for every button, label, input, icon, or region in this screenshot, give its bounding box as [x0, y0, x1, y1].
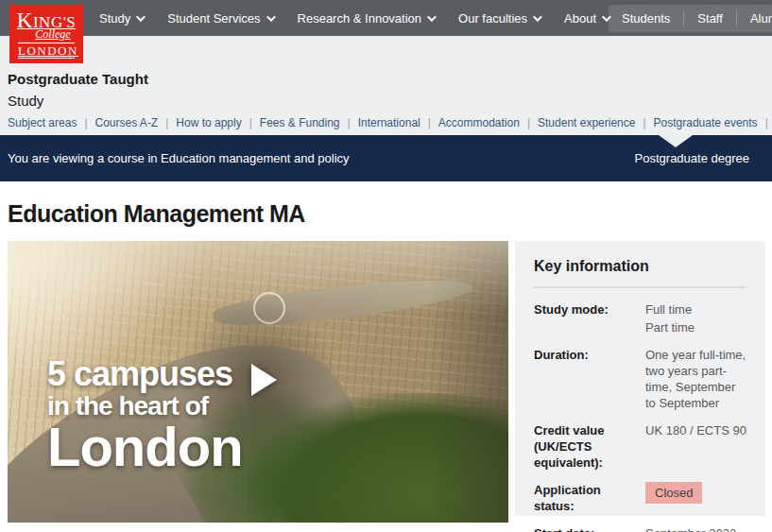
chevron-down-icon	[533, 12, 542, 22]
status-badge: Closed	[645, 482, 702, 504]
key-information-rows: Study mode: Full time Part time Duration…	[534, 301, 746, 532]
chevron-down-icon	[427, 12, 437, 22]
course-context-banner: You are viewing a course in Education ma…	[0, 135, 772, 181]
video-overlay-text: 5 campuses in the heart of London	[47, 356, 243, 473]
subnav-subject-areas[interactable]: Subject areas	[8, 116, 77, 129]
subnav-courses-az[interactable]: Courses A-Z	[77, 116, 158, 129]
nav-label: Study	[99, 11, 130, 26]
banner-message: You are viewing a course in Education ma…	[8, 151, 350, 165]
key-information-panel: Key information Study mode: Full time Pa…	[515, 241, 765, 516]
page: Study Student Services Research & Innova…	[0, 0, 772, 532]
duration-label: Duration:	[534, 347, 645, 411]
nav-label: Our faculties	[458, 11, 527, 26]
play-icon[interactable]	[251, 364, 277, 396]
active-tab-notch	[659, 135, 693, 147]
audience-alumni-link[interactable]: Alumni	[736, 10, 772, 26]
section-title: Study	[8, 93, 764, 109]
logo-letter-k: K	[17, 9, 33, 32]
study-mode-full-time: Full time	[645, 301, 746, 317]
nav-about[interactable]: About	[564, 11, 609, 26]
campus-video-thumbnail[interactable]: 5 campuses in the heart of London	[8, 241, 508, 523]
divider	[534, 286, 746, 288]
audience-links: Students Staff Alumni	[609, 5, 772, 32]
audience-staff-link[interactable]: Staff	[683, 10, 736, 26]
chevron-down-icon	[266, 12, 275, 22]
chevron-down-icon	[136, 12, 146, 22]
subnav-postgraduate-events[interactable]: Postgraduate events	[635, 116, 757, 129]
page-title: Education Management MA	[8, 200, 772, 228]
subnav-how-to-apply[interactable]: How to apply	[158, 116, 242, 129]
top-navigation-bar: Study Student Services Research & Innova…	[0, 0, 772, 36]
subnav-accommodation[interactable]: Accommodation	[420, 116, 520, 129]
kings-college-london-logo[interactable]: KING'S College LONDON	[9, 5, 83, 63]
duration-value: One year full-time, two years part-time,…	[645, 347, 746, 411]
nav-label: Student Services	[167, 11, 260, 26]
application-status-label: Application status:	[534, 482, 645, 514]
subnav-contact-us[interactable]: Contact us	[758, 116, 772, 129]
overlay-line-1: 5 campuses	[47, 356, 243, 392]
banner-category: Postgraduate degree	[635, 151, 749, 165]
nav-student-services[interactable]: Student Services	[167, 11, 272, 26]
study-mode-value: Full time Part time	[645, 301, 746, 335]
start-date-value: September 2023	[645, 525, 746, 532]
overlay-line-3: London	[47, 420, 243, 473]
credit-value-value: UK 180 / ECTS 90	[645, 422, 746, 471]
study-mode-label: Study mode:	[534, 301, 645, 335]
audience-students-link[interactable]: Students	[609, 10, 683, 26]
main-content: Education Management MA 5 campuses in th…	[0, 181, 772, 532]
topbar-right-group: Students Staff Alumni	[609, 5, 772, 32]
eyebrow-title: Postgraduate Taught	[8, 71, 764, 87]
subnav-fees-funding[interactable]: Fees & Funding	[242, 116, 340, 129]
start-date-label: Start date:	[534, 525, 645, 532]
application-status-value: Closed	[645, 482, 746, 514]
nav-our-faculties[interactable]: Our faculties	[458, 11, 540, 26]
subnav-international[interactable]: International	[340, 116, 420, 129]
study-mode-part-time: Part time	[645, 319, 746, 335]
nav-study[interactable]: Study	[99, 11, 143, 26]
section-header: Postgraduate Taught Study Subject areas …	[0, 36, 772, 135]
key-information-heading: Key information	[534, 258, 746, 275]
nav-label: About	[564, 11, 596, 26]
subnav-student-experience[interactable]: Student experience	[520, 116, 636, 129]
nav-research-innovation[interactable]: Research & Innovation	[298, 11, 435, 26]
logo-line-london: LONDON	[18, 43, 75, 59]
credit-value-label: Credit value (UK/ECTS equivalent):	[534, 422, 645, 471]
primary-nav: Study Student Services Research & Innova…	[99, 11, 609, 26]
secondary-nav: Subject areas Courses A-Z How to apply F…	[8, 116, 764, 129]
nav-label: Research & Innovation	[298, 11, 422, 26]
